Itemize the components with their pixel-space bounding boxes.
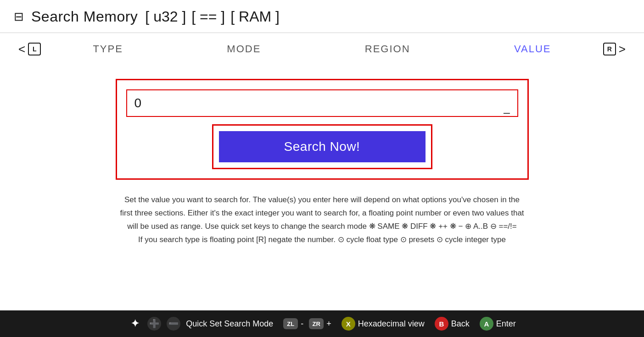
search-value-input[interactable] [127, 90, 517, 116]
desc-line4: If you search type is floating point [R]… [138, 235, 506, 244]
b-back-group: B Back [435, 317, 470, 331]
search-button-box: Search Now! [212, 124, 432, 169]
desc-line1: Set the value you want to search for. Th… [124, 195, 520, 204]
search-input-box: _ [126, 89, 518, 117]
a-button[interactable]: A [480, 317, 493, 331]
header: ⊟ Search Memory [ u32 ] [ == ] [ RAM ] [0, 0, 644, 33]
main-content: _ Search Now! Set the value you want to … [0, 65, 644, 310]
right-bracket-icon: R [603, 43, 616, 55]
right-chevron-icon: > [619, 42, 626, 56]
nav-tabs-bar: < L TYPE MODE REGION VALUE R > [0, 33, 644, 65]
header-badges: [ u32 ] [ == ] [ RAM ] [145, 8, 280, 25]
nav-right-arrow[interactable]: R > [603, 42, 626, 56]
tab-type[interactable]: TYPE [84, 41, 132, 57]
description-text: Set the value you want to search for. Th… [101, 193, 542, 247]
b-button[interactable]: B [435, 317, 448, 331]
zl-minus-label: - [301, 319, 303, 329]
zr-button[interactable]: ZR [309, 318, 324, 329]
left-chevron-icon: < [18, 42, 25, 56]
type-badge: [ u32 ] [145, 8, 186, 25]
enter-label: Enter [496, 319, 516, 329]
back-label: Back [451, 319, 470, 329]
minus-button[interactable]: ➖ [167, 317, 180, 331]
underline-indicator: _ [504, 102, 510, 113]
x-button[interactable]: X [342, 317, 355, 331]
zl-button[interactable]: ZL [283, 318, 298, 329]
region-badge: [ RAM ] [230, 8, 280, 25]
tab-mode[interactable]: MODE [218, 41, 270, 57]
desc-line2: first three sections. Either it's the ex… [120, 209, 524, 217]
mode-badge: [ == ] [191, 8, 225, 25]
page-title: Search Memory [31, 8, 138, 25]
nav-left-arrow[interactable]: < L [18, 42, 41, 56]
a-enter-group: A Enter [480, 317, 516, 331]
monitor-icon: ⊟ [14, 10, 24, 24]
hex-view-label: Hexadecimal view [358, 319, 425, 329]
zr-plus-group: ZR + [309, 318, 331, 329]
left-bracket-icon: L [28, 43, 41, 55]
dpad-icon: ✦ [128, 317, 142, 331]
zl-minus-group: ZL - [283, 318, 303, 329]
nav-tabs-items: TYPE MODE REGION VALUE [41, 41, 603, 57]
plus-button[interactable]: ➕ [147, 317, 161, 331]
zr-plus-label: + [326, 319, 331, 329]
search-outer-box: _ Search Now! [116, 79, 529, 180]
quick-set-label: Quick Set Search Mode [186, 319, 273, 329]
footer-bar: ✦ ➕ ➖ Quick Set Search Mode ZL - ZR + X … [0, 310, 644, 337]
tab-region[interactable]: REGION [356, 41, 420, 57]
desc-line3: will be used as range. Use quick set key… [127, 222, 516, 231]
search-now-button[interactable]: Search Now! [219, 131, 426, 162]
tab-value[interactable]: VALUE [505, 41, 560, 57]
x-hex-group: X Hexadecimal view [342, 317, 425, 331]
